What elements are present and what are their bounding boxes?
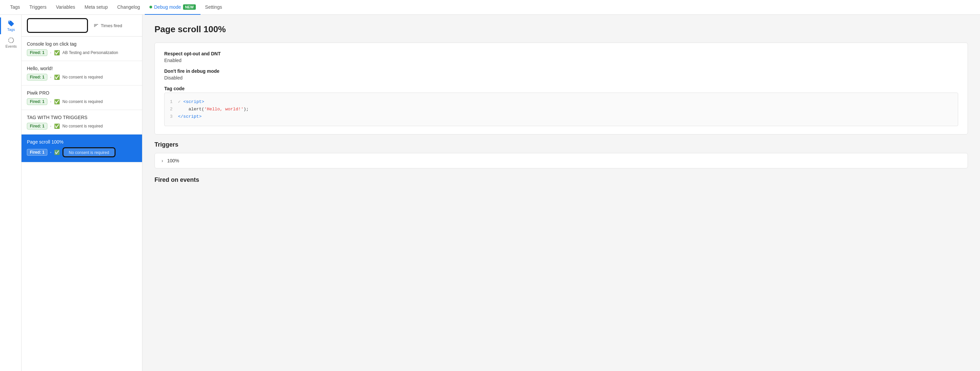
tag-list: Console log on click tag Fired: 1 • ✅ AB…	[21, 36, 142, 371]
tag-item-hello-world[interactable]: Hello, world! Fired: 1 • ✅ No consent is…	[21, 61, 142, 86]
sidebar-events-label: Events	[5, 44, 17, 48]
tag-name: Page scroll 100%	[27, 139, 137, 144]
code-content-3: </script>	[178, 113, 202, 120]
code-content-1: ✓ <script>	[178, 98, 204, 106]
code-line-2: 2 alert('Hello, world!');	[170, 106, 953, 113]
line-num-3: 3	[170, 113, 175, 120]
nav-variables[interactable]: Variables	[51, 0, 80, 15]
code-line-1: 1 ✓ <script>	[170, 98, 953, 106]
search-input[interactable]	[30, 20, 84, 31]
triggers-title: Triggers	[154, 141, 968, 148]
code-content-2: alert('Hello, world!');	[178, 106, 249, 113]
search-box-annotated	[27, 18, 88, 33]
trigger-name: 100%	[167, 158, 179, 163]
nav-triggers[interactable]: Triggers	[25, 0, 51, 15]
nav-meta-setup[interactable]: Meta setup	[80, 0, 113, 15]
tag-item-piwik-pro[interactable]: Piwik PRO Fired: 1 • ✅ No consent is req…	[21, 86, 142, 110]
nav-changelog[interactable]: Changelog	[113, 0, 145, 15]
tag-item-page-scroll[interactable]: Page scroll 100% Fired: 1 • ✅ No consent…	[21, 135, 142, 162]
consent-icon: ✅	[54, 99, 60, 104]
trigger-item[interactable]: › 100%	[154, 153, 968, 168]
tag-name: Hello, world!	[27, 66, 137, 71]
triggers-section: Triggers › 100%	[154, 141, 968, 168]
main-layout: Tags Events Times fired Console l	[0, 15, 980, 371]
consent-label: AB Testing and Personalization	[62, 50, 118, 55]
fired-on-events-title: Fired on events	[154, 176, 968, 184]
consent-label: No consent is required	[62, 75, 103, 79]
tag-item-console-log[interactable]: Console log on click tag Fired: 1 • ✅ AB…	[21, 36, 142, 61]
debug-mode-dot	[150, 6, 152, 8]
tag-name: TAG WITH TWO TRIGGERS	[27, 115, 137, 120]
icon-sidebar: Tags Events	[0, 15, 21, 371]
consent-label: No consent is required	[62, 124, 103, 128]
events-icon	[8, 37, 14, 44]
debug-mode-badge: NEW	[183, 4, 196, 10]
fired-on-events-section: Fired on events	[154, 176, 968, 184]
fired-badge: Fired: 1	[27, 74, 47, 81]
consent-icon: ✅	[54, 50, 60, 55]
tag-list-panel: Times fired Console log on click tag Fir…	[21, 15, 142, 371]
consent-icon: ✅	[54, 124, 60, 129]
consent-label: No consent is required	[69, 150, 109, 155]
properties-card: Respect opt-out and DNT Enabled Don't fi…	[154, 43, 968, 135]
sidebar-item-events[interactable]: Events	[0, 34, 21, 51]
consent-annotated: No consent is required	[62, 147, 116, 157]
code-block: 1 ✓ <script> 2 alert('Hello, world!'); 3…	[164, 93, 958, 126]
consent-label: No consent is required	[62, 99, 103, 104]
tag-code-label: Tag code	[164, 86, 958, 91]
line-num-1: 1	[170, 98, 175, 106]
dont-fire-debug-value: Disabled	[164, 75, 958, 81]
tag-meta: Fired: 1 • ✅ No consent is required	[27, 123, 137, 130]
sidebar-tags-label: Tags	[7, 27, 15, 32]
tag-meta: Fired: 1 • ✅ AB Testing and Personalizat…	[27, 49, 137, 56]
top-navigation: Tags Triggers Variables Meta setup Chang…	[0, 0, 980, 15]
fired-badge: Fired: 1	[27, 123, 47, 130]
detail-title: Page scroll 100%	[154, 24, 968, 35]
consent-icon: ✅	[54, 75, 60, 80]
nav-tags[interactable]: Tags	[5, 0, 25, 15]
dont-fire-debug-label: Don't fire in debug mode	[164, 68, 958, 74]
tag-name: Console log on click tag	[27, 41, 137, 47]
respect-opt-out-value: Enabled	[164, 58, 958, 63]
tag-meta: Fired: 1 • ✅ No consent is required	[27, 147, 137, 157]
fired-badge: Fired: 1	[27, 49, 47, 56]
tag-meta: Fired: 1 • ✅ No consent is required	[27, 74, 137, 81]
line-num-2: 2	[170, 106, 175, 113]
nav-settings[interactable]: Settings	[200, 0, 227, 15]
tag-list-header: Times fired	[21, 15, 142, 36]
tag-meta: Fired: 1 • ✅ No consent is required	[27, 98, 137, 105]
tag-name: Piwik PRO	[27, 90, 137, 96]
sort-icon	[93, 23, 99, 28]
debug-mode-label: Debug mode	[154, 4, 181, 10]
tag-icon	[8, 20, 14, 27]
times-fired-label: Times fired	[93, 23, 122, 28]
fired-badge: Fired: 1	[27, 149, 47, 155]
sidebar-item-tags[interactable]: Tags	[0, 17, 21, 34]
respect-opt-out-label: Respect opt-out and DNT	[164, 51, 958, 56]
code-line-3: 3 </script>	[170, 113, 953, 120]
chevron-icon: ›	[162, 158, 163, 163]
fired-badge: Fired: 1	[27, 98, 47, 105]
nav-debug-mode[interactable]: Debug mode NEW	[145, 0, 200, 15]
detail-panel: Page scroll 100% Respect opt-out and DNT…	[142, 15, 980, 371]
consent-icon: ✅	[54, 150, 60, 155]
tag-item-two-triggers[interactable]: TAG WITH TWO TRIGGERS Fired: 1 • ✅ No co…	[21, 110, 142, 135]
